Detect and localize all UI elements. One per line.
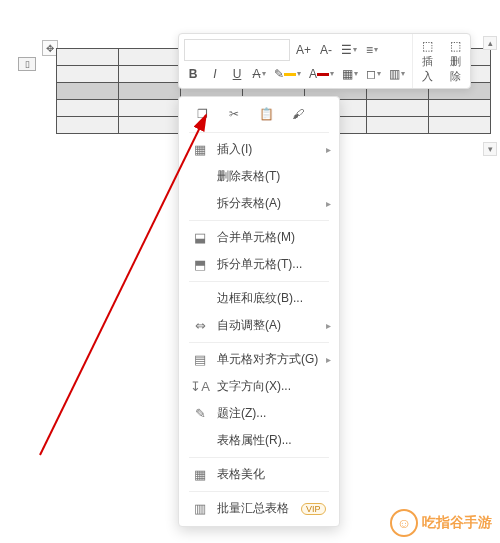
menu-table-props[interactable]: 表格属性(R)... [179, 427, 339, 454]
watermark-logo-icon: ☺ [390, 509, 418, 537]
cut-icon[interactable]: ✂ [225, 105, 243, 123]
delete-rows-icon: ⬚ [450, 39, 461, 53]
menu-caption[interactable]: ✎题注(Z)... [179, 400, 339, 427]
border-button[interactable]: ▦▾ [340, 64, 360, 84]
highlight-button[interactable]: ✎▾ [272, 64, 303, 84]
menu-borders[interactable]: 边框和底纹(B)... [179, 285, 339, 312]
insert-button[interactable]: ⬚ 插入 [418, 37, 437, 86]
merge-icon[interactable]: ▥▾ [387, 64, 407, 84]
align-icon[interactable]: ≡▾ [363, 40, 381, 60]
menu-merge-cells[interactable]: ⬓合并单元格(M) [179, 224, 339, 251]
menu-split-table[interactable]: 拆分表格(A)▸ [179, 190, 339, 217]
autofit-icon: ⇔ [191, 318, 209, 333]
font-shrink-button[interactable]: A- [317, 40, 335, 60]
menu-delete-table[interactable]: 删除表格(T) [179, 163, 339, 190]
caption-icon: ✎ [191, 406, 209, 421]
strike-button[interactable]: A▾ [250, 64, 268, 84]
italic-button[interactable]: I [206, 64, 224, 84]
insert-rows-icon: ⬚ [422, 39, 433, 53]
scroll-up-button[interactable]: ▴ [483, 36, 497, 50]
text-direction-icon: ↧A [191, 379, 209, 394]
mini-toolbar: A+ A- ☰▾ ≡▾ B I U A▾ ✎▾ A▾ ▦▾ ◻▾ ▥▾ ⬚ 插入… [178, 33, 471, 89]
split-cells-icon: ⬒ [191, 257, 209, 272]
format-painter-icon[interactable]: 🖌 [289, 105, 307, 123]
merge-cells-icon: ⬓ [191, 230, 209, 245]
table-context-menu: ❐ ✂ 📋 🖌 ▦插入(I)▸ 删除表格(T) 拆分表格(A)▸ ⬓合并单元格(… [178, 96, 340, 527]
font-color-button[interactable]: A▾ [307, 64, 336, 84]
bullets-icon[interactable]: ☰▾ [339, 40, 359, 60]
ruler-marker: ▯ [18, 57, 36, 71]
menu-batch-summary[interactable]: ▥批量汇总表格VIP [179, 495, 339, 522]
shape-button[interactable]: ◻▾ [364, 64, 383, 84]
watermark: ☺ 吃指谷手游 [390, 509, 492, 537]
summary-icon: ▥ [191, 501, 209, 516]
copy-icon[interactable]: ❐ [193, 105, 211, 123]
menu-beautify[interactable]: ▦表格美化 [179, 461, 339, 488]
menu-text-direction[interactable]: ↧A文字方向(X)... [179, 373, 339, 400]
menu-split-cells[interactable]: ⬒拆分单元格(T)... [179, 251, 339, 278]
underline-button[interactable]: U [228, 64, 246, 84]
align-cells-icon: ▤ [191, 352, 209, 367]
scroll-down-button[interactable]: ▾ [483, 142, 497, 156]
font-name-select[interactable] [184, 39, 290, 61]
bold-button[interactable]: B [184, 64, 202, 84]
menu-autofit[interactable]: ⇔自动调整(A)▸ [179, 312, 339, 339]
delete-button[interactable]: ⬚ 删除 [446, 37, 465, 86]
beautify-icon: ▦ [191, 467, 209, 482]
menu-insert[interactable]: ▦插入(I)▸ [179, 136, 339, 163]
menu-alignment[interactable]: ▤单元格对齐方式(G)▸ [179, 346, 339, 373]
paste-icon[interactable]: 📋 [257, 105, 275, 123]
insert-icon: ▦ [191, 142, 209, 157]
font-grow-button[interactable]: A+ [294, 40, 313, 60]
